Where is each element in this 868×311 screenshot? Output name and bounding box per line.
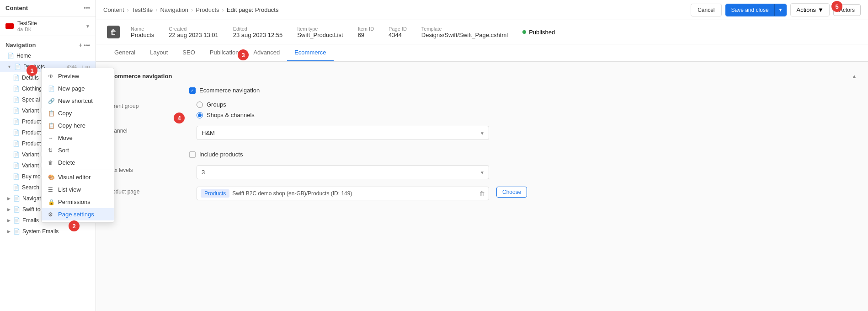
- meta-created: Created 22 aug 2023 13:01: [169, 26, 218, 38]
- radio-shops[interactable]: Shops & channels: [197, 112, 255, 118]
- ecommerce-nav-checkbox-group[interactable]: ✓ Ecommerce navigation: [189, 87, 260, 94]
- breadcrumb-sep: ›: [127, 6, 129, 13]
- site-selector[interactable]: TestSite da-DK ▼: [0, 16, 96, 36]
- breadcrumb-products[interactable]: Products: [196, 6, 219, 13]
- sidebar-header-actions[interactable]: •••: [84, 5, 90, 11]
- context-menu-label: Page settings: [58, 211, 94, 218]
- sort-icon: ⇅: [48, 147, 54, 154]
- page-icon: 📄: [13, 195, 20, 202]
- tab-advanced[interactable]: Advanced: [246, 44, 287, 61]
- ecommerce-section-title: Ecommerce navigation ▲: [107, 73, 857, 80]
- save-close-arrow-button[interactable]: ▼: [774, 4, 787, 16]
- actions-button[interactable]: Actions ▼: [790, 3, 830, 16]
- page-id-value: 4344: [389, 32, 407, 38]
- tab-bar: General Layout SEO Publication Advanced …: [96, 44, 868, 62]
- template-label: Template: [421, 26, 508, 32]
- expand-icon[interactable]: ▲: [852, 73, 857, 80]
- site-name: TestSite: [17, 20, 37, 27]
- created-value: 22 aug 2023 13:01: [169, 32, 218, 38]
- context-menu-copy-here[interactable]: 📋 Copy here: [42, 119, 114, 132]
- page-icon: 📄: [13, 173, 19, 180]
- context-menu-label: Permissions: [58, 198, 91, 205]
- permissions-icon: 🔒: [48, 199, 54, 205]
- tab-general[interactable]: General: [107, 44, 143, 61]
- sidebar-item-home[interactable]: 📄 Home: [0, 50, 96, 61]
- meta-name: Name Products: [131, 26, 154, 38]
- context-menu-label: Visual editor: [58, 174, 91, 181]
- breadcrumb-content[interactable]: Content: [103, 6, 124, 13]
- context-menu-divider: [42, 170, 114, 170]
- product-page-tag: Products: [201, 189, 229, 198]
- topbar-actions: Cancel Save and close ▼ Actions ▼ Actors: [691, 3, 861, 16]
- choose-button[interactable]: Choose: [496, 187, 527, 198]
- ecommerce-nav-checkbox[interactable]: ✓: [189, 87, 196, 94]
- save-close-split-button[interactable]: Save and close ▼: [725, 4, 787, 16]
- name-label: Name: [131, 26, 154, 32]
- context-menu-label: Copy: [58, 110, 72, 117]
- sidebar-header: Content •••: [0, 0, 96, 16]
- delete-icon: 🗑: [48, 160, 54, 166]
- template-value: Designs/Swift/Swift_Page.cshtml: [421, 32, 508, 38]
- include-products-group[interactable]: Include products: [189, 151, 243, 158]
- ecommerce-nav-row: ✓ Ecommerce navigation: [107, 87, 857, 94]
- context-menu-list-view[interactable]: ☰ List view: [42, 183, 114, 196]
- radio-groups[interactable]: Groups: [197, 101, 255, 108]
- sidebar-item-system-emails[interactable]: ▶ 📄 System Emails: [0, 226, 96, 237]
- nav-section-actions[interactable]: + •••: [79, 42, 90, 48]
- tab-ecommerce[interactable]: Ecommerce: [287, 44, 333, 61]
- meta-template: Template Designs/Swift/Swift_Page.cshtml: [421, 26, 508, 38]
- product-page-delete-icon[interactable]: 🗑: [479, 190, 485, 197]
- radio-outer-groups[interactable]: [197, 102, 203, 108]
- context-menu-delete[interactable]: 🗑 Delete: [42, 156, 114, 169]
- site-info: TestSite da-DK: [17, 20, 37, 32]
- actors-button[interactable]: Actors: [833, 4, 861, 16]
- context-menu-label: Preview: [58, 73, 79, 80]
- context-menu-copy[interactable]: 📋 Copy: [42, 107, 114, 119]
- cancel-button[interactable]: Cancel: [691, 4, 721, 16]
- context-menu-permissions[interactable]: 🔒 Permissions: [42, 196, 114, 208]
- include-products-checkbox[interactable]: [189, 151, 196, 158]
- page-icon: 📄: [13, 107, 19, 114]
- page-icon: 📄: [13, 97, 19, 103]
- product-page-label: Product page: [107, 187, 189, 195]
- section-title-text: Ecommerce navigation: [107, 73, 172, 80]
- actions-chevron-icon: ▼: [818, 6, 824, 13]
- breadcrumb-testsite[interactable]: TestSite: [132, 6, 153, 13]
- save-close-main-button[interactable]: Save and close: [726, 4, 774, 16]
- context-menu-new-shortcut[interactable]: 🔗 New shortcut: [42, 95, 114, 107]
- context-menu-page-settings[interactable]: ⚙ Page settings: [42, 208, 114, 220]
- context-menu-new-page[interactable]: 📄 New page: [42, 82, 114, 95]
- include-products-label: Include products: [199, 151, 243, 158]
- page-settings-icon: ⚙: [48, 211, 54, 218]
- page-icon: 📄: [13, 86, 19, 92]
- context-menu-sort[interactable]: ⇅ Sort: [42, 144, 114, 156]
- actions-label: Actions: [796, 6, 816, 13]
- page-id-label: Page ID: [389, 26, 407, 32]
- edited-label: Edited: [233, 26, 282, 32]
- meta-item-type: Item type Swift_ProductList: [297, 26, 343, 38]
- radio-outer-shops[interactable]: [197, 112, 203, 118]
- meta-edited: Edited 23 aug 2023 12:55: [233, 26, 282, 38]
- tab-publication[interactable]: Publication: [202, 44, 246, 61]
- product-page-actions: 🗑: [479, 190, 485, 197]
- context-menu-visual-editor[interactable]: 🎨 Visual editor: [42, 171, 114, 183]
- collapse-arrow-icon: ▼: [7, 64, 11, 69]
- channel-select[interactable]: H&M Other: [197, 126, 489, 140]
- page-icon: 📄: [7, 53, 14, 59]
- breadcrumb-navigation[interactable]: Navigation: [160, 6, 188, 13]
- page-icon: 📄: [13, 228, 20, 235]
- parent-group-row: Parent group Groups Shops & channels: [107, 101, 857, 118]
- page-icon: 🗑: [107, 26, 120, 38]
- page-icon: 📄: [13, 140, 19, 147]
- site-flag: [5, 23, 14, 29]
- max-levels-row: Max levels 1 2 3 4 5 ▼: [107, 165, 857, 179]
- visual-editor-icon: 🎨: [48, 174, 54, 181]
- max-levels-select[interactable]: 1 2 3 4 5: [197, 165, 489, 179]
- context-menu-preview[interactable]: 👁 Preview: [42, 70, 114, 82]
- page-icon: 📄: [13, 217, 20, 224]
- tab-layout[interactable]: Layout: [143, 44, 175, 61]
- tab-seo[interactable]: SEO: [175, 44, 202, 61]
- page-icon: 📄: [13, 162, 19, 169]
- context-menu-move[interactable]: → Move: [42, 132, 114, 144]
- created-label: Created: [169, 26, 218, 32]
